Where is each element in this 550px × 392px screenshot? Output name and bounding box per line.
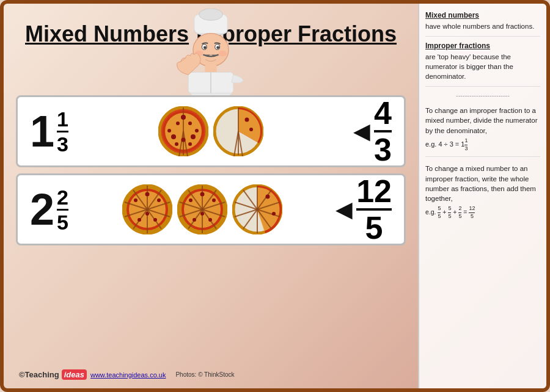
panel-to-mixed-text: To change an improper fraction to a mixe… [425,106,540,135]
footer-photo: Photos: © ThinkStock [175,371,234,378]
panel-to-mixed-section: To change an improper fraction to a mixe… [425,104,540,157]
footer-logo: ©Teaching ideas [19,369,87,380]
inline-frac-1: 13 [464,138,468,152]
mixed-number-1: 1 1 3 [30,109,68,154]
panel-improper-text: are 'top heavy' because the numerator is… [425,52,540,81]
panel-mixed-text: have whole numbers and fractions. [425,21,540,31]
pizzas-2 [122,184,282,234]
header-row: Mixed Numbers [13,10,409,95]
frac-num-2: 2 [57,187,68,211]
svg-point-48 [145,192,149,197]
svg-rect-10 [205,65,216,72]
inline-frac-12: 125 [469,206,475,220]
svg-point-29 [195,129,199,132]
frac-den-1: 3 [57,132,68,154]
pizza-full-2a [122,184,172,234]
right-panel: Mixed numbers have whole numbers and fra… [418,4,546,388]
chef-icon [171,9,251,100]
arrow-frac-1: ◀ 4 3 [353,97,392,165]
svg-point-26 [188,122,192,125]
imp-den-2: 5 [365,211,383,244]
svg-point-49 [134,198,138,202]
svg-point-7 [216,46,219,49]
svg-point-37 [245,118,249,122]
improper-1: 4 3 [374,97,392,165]
svg-point-51 [138,218,141,222]
panel-to-mixed-example: e.g. 4 ÷ 3 = 113 [425,138,540,152]
dashes: ------------------------ [425,92,540,99]
panel-to-improper-section: To change a mixed number to an improper … [425,162,540,219]
title-mixed: Mixed Numbers [25,22,189,46]
whole-1: 1 [30,109,54,153]
frac-num-1: 1 [57,109,68,132]
svg-point-22 [181,115,186,120]
arrow-left-2: ◀ [336,197,353,222]
arrow-left-1: ◀ [353,118,370,144]
whole-2: 2 [30,187,54,231]
svg-point-24 [191,134,196,139]
imp-den-1: 3 [374,132,392,165]
panel-mixed-section: Mixed numbers have whole numbers and fra… [425,11,540,37]
inline-frac-2: 25 [458,206,461,220]
footer: ©Teaching ideas www.teachingideas.co.uk … [13,367,409,382]
panel-improper-title: Improper fractions [425,42,490,50]
svg-point-77 [272,212,276,216]
mixed-number-2: 2 2 5 [30,187,68,233]
fraction-box-1: 1 1 3 [16,95,406,167]
svg-point-50 [157,198,161,202]
frac-part-1: 1 3 [57,109,68,154]
panel-to-improper-example: e.g. 55 + 55 + 25 = 125 [425,206,540,220]
svg-point-30 [175,142,178,146]
frac-part-2: 2 5 [57,187,68,233]
svg-point-66 [193,218,196,222]
pizza-partial-1 [213,106,263,156]
imp-num-2: 12 [356,175,392,211]
inline-frac-5b: 55 [448,206,451,220]
svg-point-9 [219,50,227,56]
svg-point-2 [199,9,223,20]
pizzas-1 [158,106,263,156]
pizza-partial-2 [232,184,282,234]
main-container: Mixed Numbers [0,0,550,392]
svg-point-27 [182,138,186,142]
footer-url: www.teachingideas.co.uk [90,371,166,379]
fraction-boxes: 1 1 3 [13,95,409,367]
arrow-frac-2: ◀ 12 5 [336,175,392,244]
chef-area [168,7,254,101]
inline-frac-5a: 55 [438,206,441,220]
frac-den-2: 5 [57,211,68,233]
svg-point-53 [145,212,149,216]
svg-point-28 [167,129,171,132]
pizza-full-2b [177,184,227,234]
svg-point-38 [249,128,253,131]
svg-point-52 [153,218,157,222]
pizza-full-1 [158,106,208,156]
footer-teaching: ©Teaching [19,370,59,379]
imp-num-1: 4 [374,97,392,132]
svg-point-25 [176,122,180,125]
improper-2: 12 5 [356,175,392,244]
svg-point-76 [265,195,270,199]
svg-point-23 [171,134,176,139]
panel-improper-section: Improper fractions are 'top heavy' becau… [425,42,540,87]
panel-mixed-title: Mixed numbers [425,11,479,20]
footer-ideas: ideas [62,369,87,380]
svg-point-65 [212,198,216,202]
svg-point-68 [200,212,204,216]
svg-point-31 [188,142,192,146]
svg-point-63 [200,192,204,197]
svg-point-6 [204,46,207,49]
svg-point-64 [189,198,193,202]
svg-point-67 [208,218,212,222]
panel-to-improper-text: To change a mixed number to an improper … [425,164,540,203]
fraction-box-2: 2 2 5 [16,173,406,245]
left-area: Mixed Numbers [4,4,418,388]
